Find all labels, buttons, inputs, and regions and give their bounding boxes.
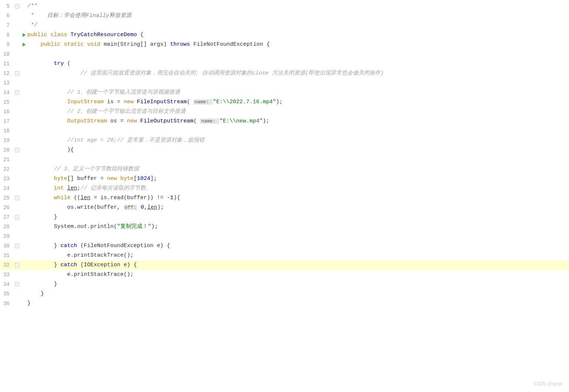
line-number: 6 <box>0 12 13 20</box>
line-number: 19 <box>0 136 13 145</box>
line-number: 26 <box>0 204 13 212</box>
fold-icon[interactable]: - <box>15 282 19 287</box>
fold-icon[interactable]: - <box>15 148 19 152</box>
fold-icon[interactable]: - <box>15 4 19 8</box>
line-number: 27 <box>0 213 13 221</box>
run-icon[interactable] <box>23 33 26 37</box>
code-line-27: 27- } <box>0 212 569 222</box>
code-line-25: 25- while ((len = is.read(buffer)) != -1… <box>0 193 569 203</box>
line-number: 22 <box>0 165 13 173</box>
code-line-13: 13 <box>0 78 569 88</box>
code-line-6: 6 * 目标：学会使用Finally释放资源 <box>0 11 569 21</box>
fold-icon[interactable]: - <box>15 215 19 219</box>
line-number: 33 <box>0 271 13 279</box>
code-text: while ((len = is.read(buffer)) != -1){ <box>27 193 569 203</box>
line-number: 16 <box>0 108 13 116</box>
line-number: 15 <box>0 98 13 106</box>
line-number: 32 <box>0 261 13 269</box>
code-line-18: 18 <box>0 126 569 136</box>
line-number: 30 <box>0 242 13 250</box>
line-number: 10 <box>0 50 13 58</box>
line-number: 23 <box>0 175 13 183</box>
code-line-8: 8public class TryCatchResourceDemo { <box>0 30 569 40</box>
code-line-17: 17 OutputStream os = new FileOutputStrea… <box>0 117 569 126</box>
code-text: } <box>27 212 569 222</box>
code-line-24: 24 int len;// 记录每次读取的字节数。 <box>0 184 569 193</box>
fold-icon[interactable]: - <box>15 263 19 267</box>
watermark: CSDN @xjl-ye <box>534 381 562 388</box>
code-text: // 这里面只能放置资源对象，用完会自动关闭: 自动调用资源对象的close 方… <box>27 69 569 78</box>
line-number: 14 <box>0 89 13 97</box>
code-text: public static void main(String[] args) t… <box>27 40 569 49</box>
line-number: 24 <box>0 184 13 192</box>
code-line-11: 11 try ( <box>0 59 569 69</box>
code-text: os.write(buffer, off: 0,len); <box>27 203 569 212</box>
code-text: try ( <box>27 59 569 69</box>
code-line-16: 16 // 2、创建一个字节输出流管道与目标文件接通 <box>0 107 569 117</box>
code-line-29: 29 <box>0 232 569 241</box>
code-line-9: 9 public static void main(String[] args)… <box>0 40 569 49</box>
code-text: public class TryCatchResourceDemo { <box>27 30 569 40</box>
code-text: } catch (FileNotFoundException e) { <box>27 241 569 251</box>
code-line-35: 35 } <box>0 289 569 299</box>
code-line-22: 22 // 3、定义一个字节数组转移数据 <box>0 164 569 174</box>
code-text: e.printStackTrace(); <box>27 251 569 260</box>
code-line-33: 33 e.printStackTrace(); <box>0 270 569 280</box>
code-line-14: 14- // 1、创建一个字节输入流管道与原视频接通 <box>0 88 569 97</box>
code-text: /** <box>27 1 569 11</box>
line-number: 8 <box>0 31 13 39</box>
line-number: 29 <box>0 232 13 240</box>
code-text: } catch (IOException e) { <box>27 260 569 270</box>
line-number: 17 <box>0 117 13 125</box>
code-container: 5-/**6 * 目标：学会使用Finally释放资源7 */8public c… <box>0 0 569 392</box>
line-number: 7 <box>0 21 13 30</box>
code-line-5: 5-/** <box>0 1 569 11</box>
line-number: 28 <box>0 223 13 231</box>
code-text: OutputStream os = new FileOutputStream( … <box>27 117 569 126</box>
code-line-7: 7 */ <box>0 21 569 30</box>
code-text: ){ <box>27 145 569 155</box>
code-text: } <box>27 299 569 308</box>
line-number: 31 <box>0 251 13 260</box>
code-line-36: 36} <box>0 299 569 308</box>
line-number: 18 <box>0 127 13 135</box>
code-line-10: 10 <box>0 49 569 59</box>
line-number: 5 <box>0 2 13 10</box>
line-number: 34 <box>0 280 13 288</box>
code-line-32: 32- } catch (IOException e) { <box>0 260 569 270</box>
line-number: 12 <box>0 69 13 77</box>
code-text: // 1、创建一个字节输入流管道与原视频接通 <box>27 88 569 97</box>
code-text: e.printStackTrace(); <box>27 270 569 280</box>
code-text: InputStream is = new FileInputStream( na… <box>27 97 569 107</box>
code-line-20: 20- ){ <box>0 145 569 155</box>
code-text: byte[] buffer = new byte[1024]; <box>27 174 569 184</box>
code-text: } <box>27 280 569 289</box>
code-text: // 2、创建一个字节输出流管道与目标文件接通 <box>27 107 569 117</box>
code-text: // 3、定义一个字节数组转移数据 <box>27 164 569 174</box>
code-line-19: 19 //int age = 20;// 是常量，不是资源对象，故报错 <box>0 136 569 145</box>
code-text: //int age = 20;// 是常量，不是资源对象，故报错 <box>27 136 569 145</box>
code-line-30: 30- } catch (FileNotFoundException e) { <box>0 241 569 251</box>
run-icon[interactable] <box>23 43 26 46</box>
fold-icon[interactable]: - <box>15 196 19 200</box>
line-number: 11 <box>0 60 13 68</box>
code-text: int len;// 记录每次读取的字节数。 <box>27 184 569 193</box>
code-line-28: 28 System.out.println("复制完成！"); <box>0 222 569 232</box>
code-line-15: 15 InputStream is = new FileInputStream(… <box>0 97 569 107</box>
line-number: 35 <box>0 290 13 298</box>
code-line-34: 34- } <box>0 280 569 289</box>
code-line-21: 21 <box>0 155 569 164</box>
fold-icon[interactable]: - <box>15 90 19 95</box>
code-line-12: 12- // 这里面只能放置资源对象，用完会自动关闭: 自动调用资源对象的clo… <box>0 69 569 78</box>
line-number: 9 <box>0 41 13 49</box>
code-line-23: 23 byte[] buffer = new byte[1024]; <box>0 174 569 184</box>
line-number: 13 <box>0 79 13 87</box>
code-text: } <box>27 289 569 299</box>
code-line-26: 26 os.write(buffer, off: 0,len); <box>0 203 569 212</box>
line-number: 25 <box>0 194 13 202</box>
code-text: * 目标：学会使用Finally释放资源 <box>27 11 569 21</box>
code-text: */ <box>27 21 569 30</box>
line-number: 36 <box>0 299 13 308</box>
fold-icon[interactable]: - <box>15 244 19 248</box>
fold-icon[interactable]: - <box>15 71 19 76</box>
